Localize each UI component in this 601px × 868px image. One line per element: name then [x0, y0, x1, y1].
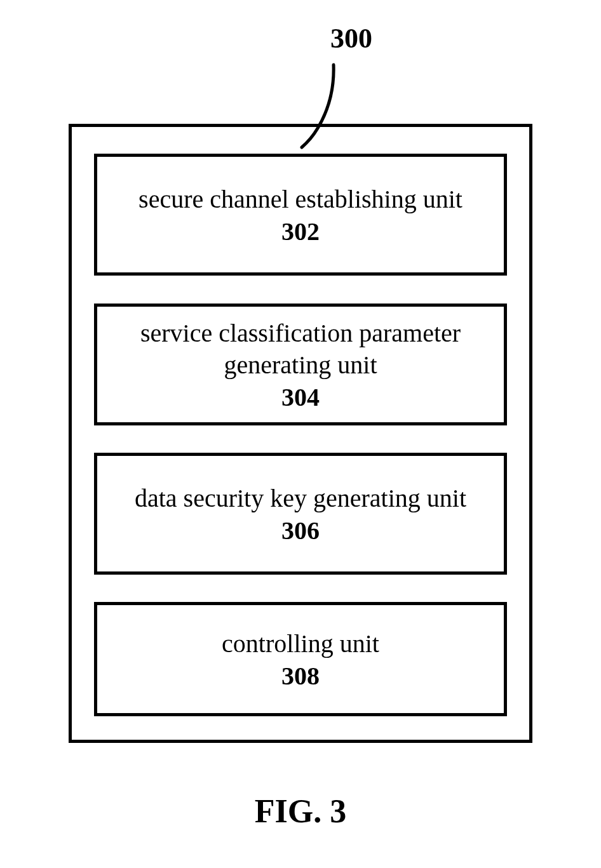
outer-container-300: secure channel establishing unit 302 ser… [69, 124, 532, 743]
box-secure-channel-establishing-unit: secure channel establishing unit 302 [94, 154, 507, 276]
box-number: 308 [281, 661, 320, 691]
box-label: controlling unit [209, 628, 392, 660]
box-number: 302 [281, 217, 320, 246]
box-service-classification-parameter-generating-unit: service classification parameter generat… [94, 304, 507, 425]
figure-label: FIG. 3 [0, 792, 601, 830]
box-number: 304 [281, 382, 320, 412]
box-label: service classification parameter generat… [97, 317, 504, 381]
box-label: data security key generating unit [122, 483, 479, 514]
box-number: 306 [281, 516, 320, 545]
callout-number: 300 [330, 23, 372, 54]
callout-300: 300 [330, 22, 372, 55]
box-data-security-key-generating-unit: data security key generating unit 306 [94, 453, 507, 575]
box-label: secure channel establishing unit [126, 184, 475, 215]
box-controlling-unit: controlling unit 308 [94, 602, 507, 716]
